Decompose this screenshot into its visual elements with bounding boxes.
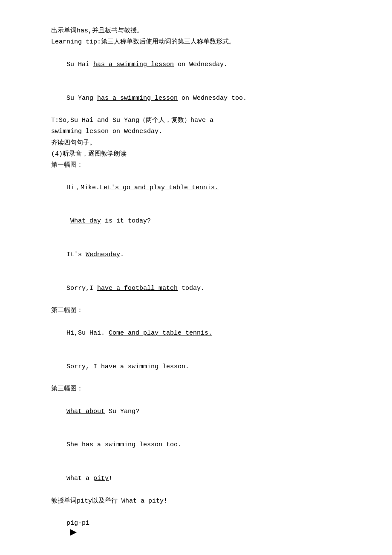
- line20-part1: What a: [66, 475, 93, 482]
- line20: What a pity!: [51, 462, 341, 496]
- line8: (4)听录音，逐图教学朗读: [51, 149, 341, 160]
- line4-part2: has a swimming lesson: [97, 95, 178, 102]
- line11-part2: is it today?: [101, 217, 151, 225]
- line10: Hi，Mike.Let's go and play table tennis.: [51, 171, 341, 205]
- line6: swimming lesson on Wednesday.: [51, 126, 341, 137]
- line19-part2: has a swimming lesson: [82, 441, 162, 448]
- line2: Learning tip:第三人称单数后使用动词的第三人称单数形式。: [51, 37, 341, 48]
- line12-part1: It's: [66, 251, 86, 258]
- line16-part1: Sorry, I: [66, 363, 101, 370]
- line11-space: [66, 217, 70, 225]
- line18: What about Su Yang?: [51, 395, 341, 428]
- line22: pig-pi: [51, 507, 341, 552]
- line10-part1: Hi，Mike.: [66, 184, 100, 191]
- line12-part2: Wednesday: [86, 251, 120, 258]
- line5: T:So,Su Hai and Su Yang（两个人，复数）have a: [51, 115, 341, 126]
- line4-part3: on Wednesday too.: [178, 95, 247, 102]
- line15-part2: Come and play table tennis.: [109, 330, 212, 337]
- line19: She has a swimming lesson too.: [51, 428, 341, 462]
- line16: Sorry, I have a swimming lesson.: [51, 350, 341, 384]
- line11-part1: What day: [70, 217, 101, 225]
- arrow1: [68, 529, 78, 536]
- line12-part3: .: [120, 251, 124, 258]
- line21: 教授单词pity以及举行 What a pity!: [51, 496, 341, 507]
- main-content: 出示单词has,并且板书与教授。 Learning tip:第三人称单数后使用动…: [51, 26, 341, 555]
- right-arrow-icon: [70, 529, 77, 536]
- line15-part1: Hi,Su Hai.: [66, 330, 109, 337]
- line4-part1: Su Yang: [66, 95, 97, 102]
- line4: Su Yang has a swimming lesson on Wednesd…: [51, 81, 341, 115]
- line20-part2: pity: [93, 475, 109, 482]
- line3: Su Hai has a swimming lesson on Wednesda…: [51, 48, 341, 82]
- line10-part2: Let's go and play table tennis.: [100, 184, 219, 191]
- line14: 第二幅图：: [51, 305, 341, 316]
- line19-part3: too.: [162, 441, 182, 448]
- line3-part2: has a swimming lesson: [93, 59, 174, 70]
- line19-part1: She: [66, 441, 82, 448]
- line18-part2: Su Yang?: [105, 408, 139, 415]
- line9: 第一幅图：: [51, 160, 341, 171]
- line3-part1: Su Hai: [66, 61, 93, 68]
- line13-part2: have a football match: [97, 285, 178, 292]
- line13: Sorry,I have a football match today.: [51, 272, 341, 306]
- line22-text: pig-pi: [66, 520, 89, 527]
- line13-part3: today.: [178, 285, 205, 292]
- line20-part3: !: [109, 475, 112, 482]
- line18-part1: What about: [66, 408, 105, 415]
- line3-part3: on Wednesday.: [174, 61, 228, 68]
- line12: It's Wednesday.: [51, 238, 341, 272]
- line1: 出示单词has,并且板书与教授。: [51, 26, 341, 37]
- line11: What day is it today?: [51, 205, 341, 238]
- line16-part2: have a swimming lesson.: [101, 363, 189, 370]
- line17: 第三幅图：: [51, 384, 341, 395]
- line23: ninety-ty pity: [51, 552, 341, 555]
- line7: 齐读四句句子。: [51, 138, 341, 149]
- line15: Hi,Su Hai. Come and play table tennis.: [51, 317, 341, 350]
- line13-part1: Sorry,I: [66, 285, 97, 292]
